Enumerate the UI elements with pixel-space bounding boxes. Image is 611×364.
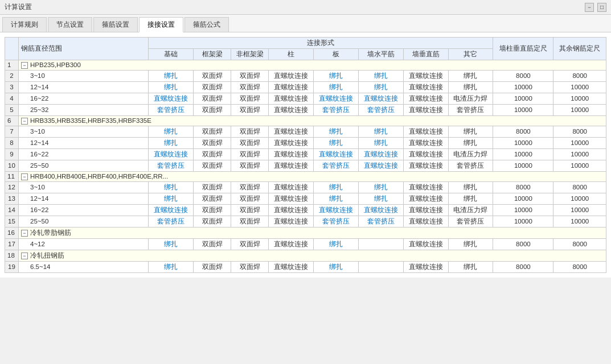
row-other[interactable]: 绑扎 — [448, 81, 493, 93]
row-remain[interactable]: 10000 — [553, 104, 606, 115]
row-wallcol[interactable]: 8000 — [493, 238, 553, 250]
row-other[interactable]: 绑扎 — [448, 70, 493, 81]
row-frame[interactable]: 双面焊 — [194, 193, 231, 204]
row-wallh[interactable]: 套管挤压 — [359, 104, 404, 115]
row-slab[interactable]: 绑扎 — [314, 81, 359, 93]
row-wallh[interactable]: 绑扎 — [359, 181, 404, 193]
row-nonframe[interactable]: 双面焊 — [231, 126, 269, 137]
row-slab[interactable]: 直螺纹连接 — [314, 204, 359, 216]
row-wallv[interactable]: 直螺纹连接 — [403, 181, 448, 193]
row-nonframe[interactable]: 双面焊 — [231, 104, 269, 115]
row-frame[interactable]: 双面焊 — [194, 238, 231, 250]
row-frame[interactable]: 双面焊 — [194, 216, 231, 227]
row-frame[interactable]: 双面焊 — [194, 126, 231, 137]
row-other[interactable]: 绑扎 — [448, 193, 493, 204]
row-frame[interactable]: 双面焊 — [194, 70, 231, 81]
row-frame[interactable]: 双面焊 — [194, 104, 231, 115]
row-remain[interactable]: 10000 — [553, 193, 606, 204]
minimize-button[interactable]: － — [585, 3, 594, 12]
row-frame[interactable]: 双面焊 — [194, 93, 231, 104]
row-slab[interactable]: 绑扎 — [314, 261, 359, 272]
tab-connection-settings[interactable]: 接接设置 — [139, 17, 183, 32]
row-nonframe[interactable]: 双面焊 — [231, 216, 269, 227]
row-nonframe[interactable]: 双面焊 — [231, 238, 269, 250]
row-wallv[interactable]: 直螺纹连接 — [403, 193, 448, 204]
row-wallh[interactable] — [359, 238, 404, 250]
row-wallcol[interactable]: 10000 — [493, 204, 553, 216]
tab-stirrup-settings[interactable]: 箍筋设置 — [93, 17, 138, 32]
row-other[interactable]: 绑扎 — [448, 238, 493, 250]
row-name[interactable]: 12~14 — [19, 193, 149, 204]
row-name[interactable]: 4~12 — [19, 238, 149, 250]
row-remain[interactable]: 10000 — [553, 204, 606, 216]
row-wallcol[interactable]: 10000 — [493, 193, 553, 204]
row-frame[interactable]: 双面焊 — [194, 148, 231, 160]
row-name[interactable]: 6.5~14 — [19, 261, 149, 272]
expand-button[interactable]: － — [21, 230, 28, 237]
row-other[interactable]: 绑扎 — [448, 137, 493, 148]
row-name[interactable]: 12~14 — [19, 137, 149, 148]
row-other[interactable]: 绑扎 — [448, 126, 493, 137]
row-wallh[interactable]: 直螺纹连接 — [359, 93, 404, 104]
expand-button[interactable]: － — [21, 173, 28, 180]
row-remain[interactable]: 10000 — [553, 160, 606, 171]
row-base[interactable]: 绑扎 — [149, 81, 194, 93]
row-wallv[interactable]: 直螺纹连接 — [403, 137, 448, 148]
row-other[interactable]: 套管挤压 — [448, 160, 493, 171]
row-nonframe[interactable]: 双面焊 — [231, 193, 269, 204]
row-remain[interactable]: 10000 — [553, 81, 606, 93]
row-nonframe[interactable]: 双面焊 — [231, 81, 269, 93]
row-remain[interactable]: 8000 — [553, 261, 606, 272]
row-base[interactable]: 绑扎 — [149, 193, 194, 204]
row-col[interactable]: 直螺纹连接 — [269, 70, 314, 81]
row-nonframe[interactable]: 双面焊 — [231, 137, 269, 148]
row-remain[interactable]: 10000 — [553, 93, 606, 104]
row-wallh[interactable]: 绑扎 — [359, 81, 404, 93]
row-nonframe[interactable]: 双面焊 — [231, 148, 269, 160]
row-base[interactable]: 套管挤压 — [149, 160, 194, 171]
row-col[interactable]: 直螺纹连接 — [269, 93, 314, 104]
row-col[interactable]: 直螺纹连接 — [269, 261, 314, 272]
row-other[interactable]: 电渣压力焊 — [448, 204, 493, 216]
row-wallv[interactable]: 直螺纹连接 — [403, 204, 448, 216]
row-col[interactable]: 直螺纹连接 — [269, 81, 314, 93]
row-wallcol[interactable]: 10000 — [493, 148, 553, 160]
row-remain[interactable]: 10000 — [553, 216, 606, 227]
row-name[interactable]: 16~22 — [19, 93, 149, 104]
row-remain[interactable]: 10000 — [553, 148, 606, 160]
row-wallh[interactable]: 绑扎 — [359, 193, 404, 204]
row-remain[interactable]: 8000 — [553, 181, 606, 193]
row-nonframe[interactable]: 双面焊 — [231, 181, 269, 193]
tab-stirrup-formula[interactable]: 箍筋公式 — [184, 17, 229, 32]
row-col[interactable]: 直螺纹连接 — [269, 104, 314, 115]
row-name[interactable]: 16~22 — [19, 204, 149, 216]
row-wallcol[interactable]: 10000 — [493, 104, 553, 115]
restore-button[interactable]: □ — [597, 3, 606, 12]
row-col[interactable]: 直螺纹连接 — [269, 148, 314, 160]
row-name[interactable]: 25~50 — [19, 216, 149, 227]
row-nonframe[interactable]: 双面焊 — [231, 160, 269, 171]
row-name[interactable]: 3~10 — [19, 70, 149, 81]
row-wallh[interactable]: 套管挤压 — [359, 216, 404, 227]
row-wallv[interactable]: 直螺纹连接 — [403, 148, 448, 160]
row-other[interactable]: 绑扎 — [448, 181, 493, 193]
row-other[interactable]: 电渣压力焊 — [448, 93, 493, 104]
row-wallh[interactable]: 直螺纹连接 — [359, 160, 404, 171]
row-base[interactable]: 绑扎 — [149, 70, 194, 81]
row-wallh[interactable]: 直螺纹连接 — [359, 204, 404, 216]
row-wallh[interactable]: 直螺纹连接 — [359, 148, 404, 160]
row-frame[interactable]: 双面焊 — [194, 81, 231, 93]
row-slab[interactable]: 套管挤压 — [314, 104, 359, 115]
row-col[interactable]: 直螺纹连接 — [269, 193, 314, 204]
row-nonframe[interactable]: 双面焊 — [231, 70, 269, 81]
row-wallv[interactable]: 直螺纹连接 — [403, 81, 448, 93]
row-remain[interactable]: 8000 — [553, 126, 606, 137]
row-name[interactable]: 3~10 — [19, 126, 149, 137]
row-slab[interactable]: 套管挤压 — [314, 216, 359, 227]
row-wallv[interactable]: 直螺纹连接 — [403, 93, 448, 104]
row-name[interactable]: 25~32 — [19, 104, 149, 115]
row-remain[interactable]: 8000 — [553, 70, 606, 81]
row-wallcol[interactable]: 10000 — [493, 216, 553, 227]
row-slab[interactable]: 套管挤压 — [314, 160, 359, 171]
row-col[interactable]: 直螺纹连接 — [269, 216, 314, 227]
